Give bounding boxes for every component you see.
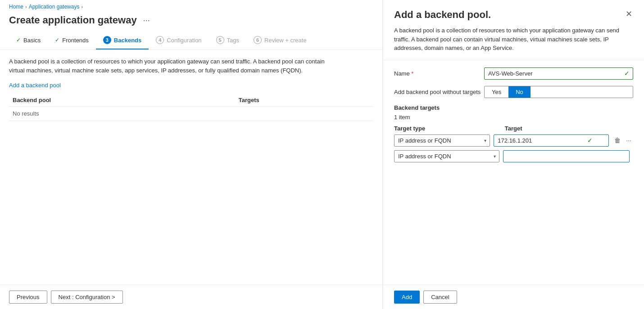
flyout-footer: Add Cancel [383, 285, 644, 309]
flyout-close-button[interactable]: ✕ [625, 9, 633, 19]
col-type-header: Target type [394, 125, 501, 132]
more-row-1-button[interactable]: ··· [624, 135, 633, 146]
tab-tags-label: Tags [227, 37, 239, 44]
backend-pool-table: Backend pool Targets No results [9, 94, 373, 121]
target-type-select-wrap-2: IP address or FQDN Virtual machine VMSS … [394, 150, 499, 162]
content-area: A backend pool is a collection of resour… [0, 50, 382, 285]
name-input-wrap: ✓ [484, 67, 633, 80]
tab-backends[interactable]: 3 Backends [96, 31, 149, 49]
tab-review-label: Review + create [264, 37, 307, 44]
tab-backends-label: Backends [114, 37, 141, 44]
toggle-yes-button[interactable]: Yes [485, 86, 508, 98]
wizard-tabs: ✓ Basics ✓ Frontends 3 Backends 4 Config… [0, 31, 382, 50]
col-target-header: Target [505, 125, 633, 132]
toggle-no-button[interactable]: No [508, 86, 531, 98]
bottom-nav: Previous Next : Configuration > [0, 285, 382, 309]
breadcrumb: Home › Application gateways › [0, 0, 382, 12]
toggle-group: Yes No [484, 86, 633, 98]
flyout-body: Name ✓ Add backend pool without targets … [383, 60, 644, 285]
tab-frontends-label: Frontends [62, 37, 89, 44]
tab-frontends-check: ✓ [55, 37, 59, 43]
tab-review-num: 6 [254, 36, 262, 44]
flyout-title: Add a backend pool. [394, 9, 491, 21]
breadcrumb-app-gateways[interactable]: Application gateways [29, 4, 80, 10]
tab-basics[interactable]: ✓ Basics [9, 32, 48, 49]
breadcrumb-sep2: › [81, 4, 83, 9]
tab-basics-label: Basics [23, 37, 41, 44]
target-type-select-2[interactable]: IP address or FQDN Virtual machine VMSS … [394, 150, 499, 162]
tab-configuration-label: Configuration [167, 37, 201, 44]
target-input-check-1: ✓ [587, 137, 593, 144]
backends-description: A backend pool is a collection of resour… [9, 57, 333, 75]
tab-basics-check: ✓ [16, 37, 21, 43]
table-row: No results [9, 107, 373, 121]
tab-configuration: 4 Configuration [149, 31, 209, 49]
next-button[interactable]: Next : Configuration > [51, 291, 123, 304]
flyout-description: A backend pool is a collection of resour… [383, 26, 644, 60]
backend-targets-label: Backend targets [394, 104, 633, 111]
flyout-panel: Add a backend pool. ✕ A backend pool is … [383, 0, 644, 309]
add-backend-pool-link[interactable]: Add a backend pool [9, 82, 61, 89]
target-input-wrap-1: ✓ [494, 134, 609, 147]
name-check-icon: ✓ [624, 70, 630, 77]
toggle-wrap: Yes No [484, 86, 633, 98]
breadcrumb-home[interactable]: Home [9, 4, 23, 10]
cancel-button[interactable]: Cancel [423, 291, 457, 304]
name-label: Name [394, 70, 484, 77]
name-input[interactable] [484, 67, 633, 80]
name-input-container: ✓ [484, 67, 633, 80]
tab-tags-num: 5 [216, 36, 224, 44]
add-without-targets-row: Add backend pool without targets Yes No [394, 86, 633, 98]
row-actions-1: 🗑 ··· [612, 135, 633, 146]
col-header-targets: Targets [235, 94, 373, 107]
tab-configuration-num: 4 [156, 36, 164, 44]
target-type-select-wrap-1: IP address or FQDN Virtual machine VMSS … [394, 134, 490, 147]
breadcrumb-sep1: › [25, 4, 27, 9]
page-header: Create application gateway ··· [0, 12, 382, 31]
add-without-targets-label: Add backend pool without targets [394, 89, 484, 95]
col-header-pool: Backend pool [9, 94, 235, 107]
name-field-row: Name ✓ [394, 67, 633, 80]
target-input-2[interactable] [503, 150, 630, 162]
tab-frontends[interactable]: ✓ Frontends [48, 32, 96, 49]
target-row-1: IP address or FQDN Virtual machine VMSS … [394, 134, 633, 147]
more-options-button[interactable]: ··· [141, 15, 153, 26]
no-results-cell: No results [9, 107, 373, 121]
target-type-select-1[interactable]: IP address or FQDN Virtual machine VMSS … [394, 134, 490, 147]
previous-button[interactable]: Previous [9, 291, 47, 304]
add-button[interactable]: Add [394, 291, 420, 304]
item-count: 1 item [394, 114, 633, 121]
tab-tags: 5 Tags [209, 31, 246, 49]
tab-review-create: 6 Review + create [246, 31, 314, 49]
target-row-2: IP address or FQDN Virtual machine VMSS … [394, 150, 633, 162]
page-title: Create application gateway [9, 14, 137, 26]
targets-header: Target type Target [394, 125, 633, 132]
delete-row-1-button[interactable]: 🗑 [612, 135, 622, 146]
target-input-wrap-2 [503, 150, 630, 162]
tab-backends-num: 3 [103, 36, 111, 44]
flyout-header: Add a backend pool. ✕ [383, 0, 644, 26]
